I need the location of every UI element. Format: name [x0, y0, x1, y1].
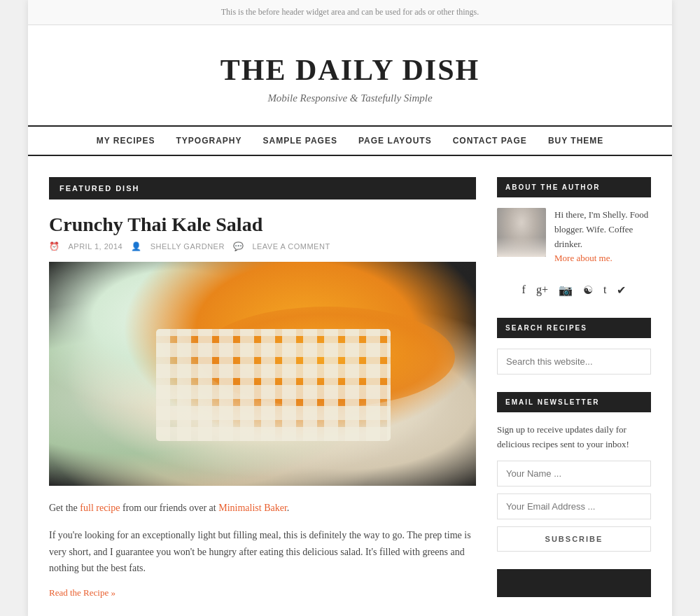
nav-item-typography[interactable]: TYPOGRAPHY — [176, 135, 241, 146]
newsletter-description: Sign up to receive updates daily for del… — [497, 423, 651, 452]
about-author-section: ABOUT THE AUTHOR Hi there, I'm Shelly. F… — [497, 177, 651, 300]
clock-icon: ⏰ — [49, 241, 60, 251]
salad-photo — [49, 262, 476, 486]
author-image — [497, 208, 546, 257]
subscribe-button[interactable]: SUBSCRIBE — [497, 526, 651, 552]
email-input[interactable] — [497, 493, 651, 519]
sidebar: ABOUT THE AUTHOR Hi there, I'm Shelly. F… — [497, 177, 651, 598]
pinterest-icon[interactable]: ☯ — [583, 284, 593, 297]
post-body-intro: Get the full recipe from our friends ove… — [49, 500, 476, 517]
search-recipes-heading: SEARCH RECIPES — [497, 318, 651, 338]
social-icons-row: f g+ 📷 ☯ t ✔ — [497, 276, 651, 300]
nav-item-buy-theme[interactable]: BUY THEME — [548, 135, 603, 146]
site-tagline: Mobile Responsive & Tastefully Simple — [42, 92, 658, 104]
main-navigation: MY RECIPES TYPOGRAPHY SAMPLE PAGES PAGE … — [28, 125, 672, 156]
nav-item-recipes[interactable]: MY RECIPES — [97, 135, 155, 146]
twitter-icon[interactable]: ✔ — [617, 284, 626, 297]
full-recipe-link[interactable]: full recipe — [80, 503, 120, 513]
main-content: FEATURED DISH Crunchy Thai Kale Salad ⏰ … — [49, 177, 476, 598]
instagram-icon[interactable]: 📷 — [559, 284, 573, 297]
site-title: THE DAILY DISH — [42, 53, 658, 87]
post-author: SHELLY GARDNER — [150, 242, 225, 251]
comment-icon: 💬 — [233, 241, 244, 251]
author-bio: Hi there, I'm Shelly. Food blogger. Wife… — [554, 208, 651, 266]
googleplus-icon[interactable]: g+ — [536, 284, 548, 297]
person-icon: 👤 — [131, 241, 142, 251]
facebook-icon[interactable]: f — [522, 284, 526, 297]
before-header-text: This is the before header widget area an… — [221, 7, 479, 17]
minimalist-baker-link[interactable]: Minimalist Baker — [218, 503, 287, 513]
author-box: Hi there, I'm Shelly. Food blogger. Wife… — [497, 208, 651, 266]
post-featured-image — [49, 262, 476, 486]
nav-item-sample-pages[interactable]: SAMPLE PAGES — [263, 135, 337, 146]
search-input[interactable] — [497, 349, 651, 374]
post-meta: ⏰ APRIL 1, 2014 👤 SHELLY GARDNER 💬 LEAVE… — [49, 241, 476, 251]
bottom-sidebar-bar — [497, 569, 651, 597]
nav-item-page-layouts[interactable]: PAGE LAYOUTS — [358, 135, 432, 146]
post-title: Crunchy Thai Kale Salad — [49, 214, 476, 236]
site-header: THE DAILY DISH Mobile Responsive & Taste… — [28, 25, 672, 125]
author-more-link[interactable]: More about me. — [554, 253, 612, 263]
email-newsletter-section: EMAIL NEWSLETTER Sign up to receive upda… — [497, 392, 651, 552]
post-body-description: If you're looking for an exceptionally l… — [49, 527, 476, 577]
search-recipes-section: SEARCH RECIPES — [497, 318, 651, 374]
content-area: FEATURED DISH Crunchy Thai Kale Salad ⏰ … — [28, 156, 672, 616]
author-photo — [497, 208, 546, 257]
featured-dish-label: FEATURED DISH — [49, 177, 476, 200]
newsletter-heading: EMAIL NEWSLETTER — [497, 392, 651, 412]
nav-item-contact[interactable]: CONTACT PAGE — [453, 135, 527, 146]
name-input[interactable] — [497, 461, 651, 486]
post-date: APRIL 1, 2014 — [69, 242, 123, 251]
read-more-link[interactable]: Read the Recipe » — [49, 587, 115, 598]
comment-link[interactable]: LEAVE A COMMENT — [252, 242, 330, 251]
before-header-bar: This is the before header widget area an… — [28, 0, 672, 25]
about-author-heading: ABOUT THE AUTHOR — [497, 177, 651, 197]
tumblr-icon[interactable]: t — [603, 284, 606, 297]
